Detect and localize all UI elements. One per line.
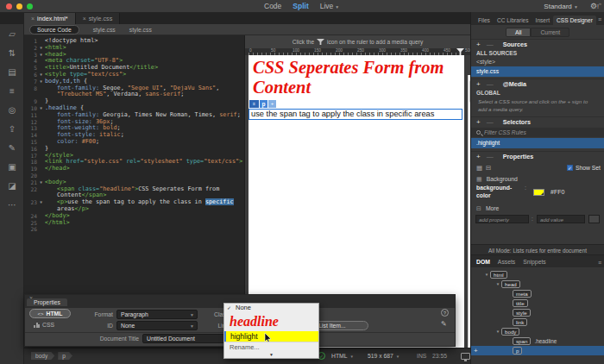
dom-node-title[interactable]: title [471,298,604,308]
more-properties-icon[interactable]: ⊟ [486,164,491,172]
dom-tab-dom[interactable]: DOM [476,259,490,265]
source-item[interactable]: <style> [471,58,604,66]
remove-media-button[interactable]: — [487,80,494,88]
add-element-icon[interactable]: + [474,347,478,355]
css-mode-button[interactable]: CSS [34,322,54,328]
add-property-input[interactable]: add property [475,215,529,223]
tag-selector-p[interactable]: p [58,352,72,360]
ruler[interactable]: 050100150200250300350400450500 [245,48,470,55]
element-menu-icon[interactable]: ≡ [249,100,259,108]
dom-node-link[interactable]: link [471,317,604,327]
maximize-window-icon[interactable] [27,3,33,9]
add-selector-button[interactable]: + [476,118,481,126]
related-file-style-css[interactable]: style.css [93,27,116,33]
fold-arrow-icon[interactable]: ▼ [37,45,45,52]
fold-arrow-icon[interactable]: ▼ [37,72,45,78]
dom-panel-menu-icon[interactable]: ≡ [598,260,601,266]
dom-node-html[interactable]: ▼html [471,270,604,279]
panel-tab-css-designer[interactable]: CSS Designer [553,16,596,25]
code-line[interactable]: 25</html> [24,220,244,227]
dom-tab-snippets[interactable]: Snippets [523,259,545,265]
dom-node-span[interactable]: span.headline [471,336,604,346]
expand-chevron-icon[interactable]: ▼ [483,273,490,277]
code-line[interactable]: "Trebuchet MS", Verdana, sans-serif; [24,91,244,98]
id-select[interactable]: None▼ [116,321,198,330]
tag-selector-body[interactable]: body [31,352,54,360]
quick-tag-edit-icon[interactable]: ✎ [441,320,447,328]
edit-icon[interactable]: ✎ [0,138,24,157]
apply-comment-icon[interactable]: ▣ [0,157,24,176]
device-preview-icon[interactable] [461,353,470,360]
show-set-toggle[interactable]: ✓ Show Set [567,165,601,171]
global-media-item[interactable]: GLOBAL [471,89,604,97]
remove-selector-button[interactable]: — [487,118,494,126]
dom-node-p[interactable]: +p [471,346,604,355]
panel-tab-cc-libraries[interactable]: CC Libraries [494,16,532,25]
format-source-icon[interactable]: ≡ [0,81,24,100]
view-mode-code[interactable]: Code [264,2,281,10]
menu-scroll-down-icon[interactable]: ▼ [224,351,318,358]
fold-arrow-icon[interactable]: ▼ [37,105,45,112]
properties-panel-tab[interactable]: Properties [27,298,67,306]
dom-tab-assets[interactable]: Assets [498,259,515,265]
open-documents-icon[interactable]: ▱ [0,24,24,43]
cc-libraries-icon[interactable]: ▤ [0,62,24,81]
element-tag-badge[interactable]: p [260,100,267,108]
view-mode-live[interactable]: Live▼ [320,2,340,10]
filter-css-rules-input[interactable]: Filter CSS Rules [471,128,604,137]
add-media-button[interactable]: + [476,80,481,88]
code-line[interactable]: 19</head> [24,166,244,173]
publish-icon[interactable]: ⇪ [0,119,24,138]
workspace-switcher[interactable]: Standard ▼ [544,3,578,10]
fold-arrow-icon[interactable]: ▼ [37,179,45,186]
live-view-options-icon[interactable]: ◎ [0,100,24,119]
mode-button-current[interactable]: Current [531,28,569,37]
page-heading[interactable]: CSS Seperates Form from Content [253,58,462,97]
dom-node-body[interactable]: ▼body [471,327,604,336]
class-menu-item-highlight[interactable]: highlight [224,331,318,342]
class-menu-item-headline[interactable]: headline [224,312,318,331]
close-window-icon[interactable] [6,3,12,9]
property-value[interactable]: #FF0 [551,189,564,195]
add-source-button[interactable]: + [476,41,481,48]
all-sources-item[interactable]: ALL SOURCES [471,49,604,58]
more-tools-icon[interactable]: ⋯ [0,195,24,214]
related-file-style-css[interactable]: style.css [129,27,152,33]
remove-property-button[interactable]: — [487,153,494,160]
class-menu-item-none[interactable]: None✓ [224,304,318,312]
fold-arrow-icon[interactable]: ▼ [37,78,45,85]
format-select[interactable]: Paragraph▼ [116,310,198,319]
view-mode-split[interactable]: Split [293,2,308,10]
layout-properties-icon[interactable]: ▦ [476,164,482,172]
add-more-box[interactable] [588,215,600,223]
add-value-input[interactable]: add value [537,215,585,223]
help-icon[interactable]: ? [441,309,449,317]
document-tab[interactable]: ×index.html* [24,13,76,24]
selected-paragraph[interactable]: use the span tag to apply the class in s… [249,109,462,120]
settings-gear-icon[interactable]: ⚙! [590,2,599,10]
dom-node-meta[interactable]: meta [471,289,604,298]
file-management-icon[interactable]: ⇅ [0,43,24,62]
panel-tab-files[interactable]: Files [475,16,494,25]
source-item[interactable]: style.css [471,66,604,77]
dom-node-style[interactable]: style [471,308,604,317]
html-mode-button[interactable]: <> HTML [29,309,71,318]
panel-tab-insert[interactable]: Insert [532,16,554,25]
related-file-source-code[interactable]: Source Code [29,25,79,35]
code-line[interactable]: 15color: #F00; [24,139,244,146]
code-line[interactable]: 26 [24,226,244,233]
color-swatch[interactable] [533,189,544,196]
expand-chevron-icon[interactable]: ▼ [494,329,501,334]
collapse-panels-icon[interactable]: » [599,1,601,6]
show-set-checkbox[interactable]: ✓ [567,165,573,171]
fold-arrow-icon[interactable]: ▼ [37,52,45,59]
close-tab-icon[interactable]: × [83,16,86,22]
add-property-button[interactable]: + [476,153,481,160]
dom-node-head[interactable]: ▼head [471,279,604,289]
class-menu-item-rename[interactable]: Rename... [224,342,318,351]
mode-button-all[interactable]: All [506,28,532,37]
expand-chevron-icon[interactable]: ▼ [494,282,501,286]
panel-menu-icon[interactable]: ≡ [598,16,601,22]
selector-item[interactable]: .highlight [471,138,604,148]
add-element-icon[interactable]: + [268,100,276,108]
